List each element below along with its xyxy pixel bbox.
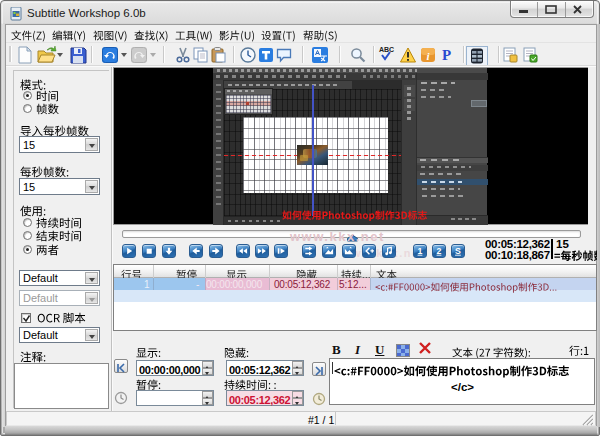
svg-text:S: S xyxy=(455,246,461,256)
svg-text:1: 1 xyxy=(418,246,423,256)
svg-text:P: P xyxy=(442,47,451,63)
svg-text:ABC: ABC xyxy=(379,46,394,53)
svg-text:2: 2 xyxy=(437,246,442,256)
